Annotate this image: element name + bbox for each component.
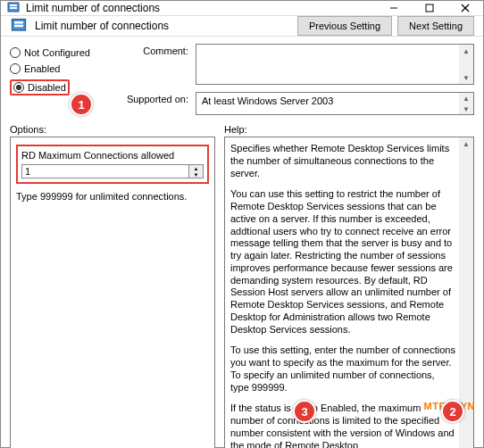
spin-up-icon[interactable]: ▲	[189, 165, 203, 171]
radio-icon	[13, 82, 24, 93]
help-paragraph: If the status is set to Enabled, the max…	[230, 402, 455, 448]
radio-icon	[10, 63, 21, 74]
annotation-callout-3: 3	[293, 400, 316, 423]
scrollbar[interactable]: ▲ ▼	[459, 45, 473, 84]
section-labels: Options: Help:	[1, 119, 483, 137]
spin-down-icon[interactable]: ▼	[189, 171, 203, 178]
panels: RD Maximum Connections allowed ▲ ▼ Type …	[1, 137, 483, 448]
radio-not-configured[interactable]: Not Configured	[10, 47, 117, 58]
next-setting-button[interactable]: Next Setting	[397, 16, 474, 36]
help-label: Help:	[224, 124, 474, 135]
help-paragraph: Specifies whether Remote Desktop Service…	[230, 143, 455, 179]
maximize-button[interactable]	[412, 1, 447, 15]
radio-label: Enabled	[24, 63, 60, 74]
annotation-callout-2: 2	[441, 400, 464, 423]
scroll-up-icon[interactable]: ▲	[459, 93, 473, 104]
help-paragraph: You can use this setting to restrict the…	[230, 188, 455, 336]
comment-textarea[interactable]: ▲ ▼	[196, 44, 474, 85]
svg-rect-8	[14, 21, 23, 24]
radio-label: Disabled	[28, 82, 66, 93]
help-paragraph: To use this setting, enter the number of…	[230, 344, 455, 394]
rd-max-field[interactable]	[21, 164, 189, 178]
options-panel: RD Maximum Connections allowed ▲ ▼ Type …	[10, 137, 215, 448]
supported-text: At least Windows Server 2003 ▲ ▼	[196, 92, 474, 115]
svg-rect-9	[14, 25, 23, 28]
supported-label: Supported on:	[117, 92, 188, 115]
annotation-callout-1: 1	[70, 93, 93, 116]
subheader: Limit number of connections Previous Set…	[1, 16, 483, 37]
close-button[interactable]	[447, 1, 483, 15]
radio-disabled[interactable]: Disabled	[10, 79, 70, 95]
scrollbar[interactable]: ▲ ▼	[459, 93, 473, 114]
window-title: Limit number of connections	[26, 2, 376, 14]
titlebar: Limit number of connections	[1, 1, 483, 16]
minimize-button[interactable]	[376, 1, 412, 15]
spinner[interactable]: ▲ ▼	[189, 164, 204, 178]
window-buttons	[376, 1, 483, 15]
rd-max-label: RD Maximum Connections allowed	[21, 150, 204, 161]
svg-rect-2	[10, 7, 17, 9]
state-radios: Not Configured Enabled Disabled	[10, 44, 117, 115]
policy-name: Limit number of connections	[35, 20, 292, 32]
policy-icon	[6, 1, 21, 15]
meta-fields: Comment: ▲ ▼ Supported on: At least Wind…	[117, 44, 474, 115]
svg-rect-4	[426, 4, 433, 12]
svg-rect-1	[10, 4, 17, 6]
gpo-dialog: Limit number of connections Limit number…	[0, 0, 484, 448]
radio-icon	[10, 47, 21, 58]
scroll-up-icon[interactable]: ▲	[459, 137, 473, 150]
scroll-down-icon[interactable]: ▼	[459, 71, 473, 84]
radio-enabled[interactable]: Enabled	[10, 63, 117, 74]
options-label: Options:	[10, 124, 215, 135]
policy-icon	[10, 17, 28, 35]
comment-label: Comment:	[117, 44, 188, 85]
options-hint: Type 999999 for unlimited connections.	[16, 191, 209, 202]
scroll-down-icon[interactable]: ▼	[459, 104, 473, 114]
scroll-up-icon[interactable]: ▲	[459, 45, 473, 57]
rd-max-input[interactable]: ▲ ▼	[21, 164, 204, 178]
rd-max-group: RD Maximum Connections allowed ▲ ▼	[16, 145, 209, 184]
radio-label: Not Configured	[24, 47, 90, 58]
previous-setting-button[interactable]: Previous Setting	[297, 16, 392, 36]
